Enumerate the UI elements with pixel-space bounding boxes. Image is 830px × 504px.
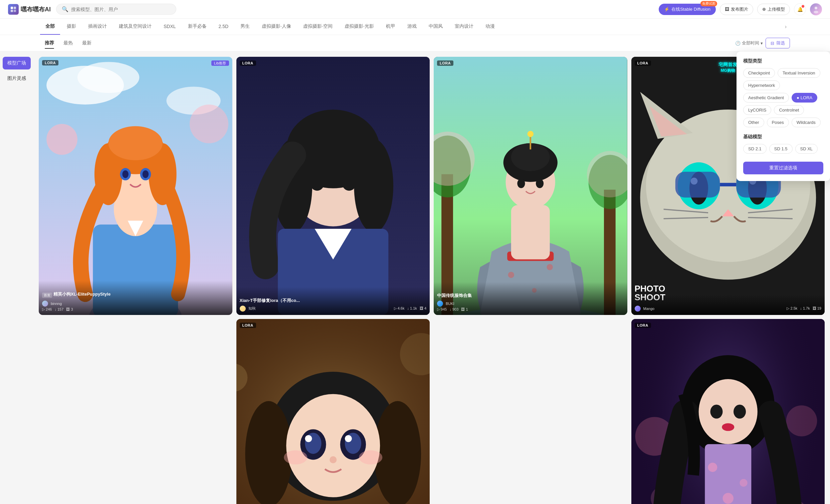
filter-tag-textual-inversion[interactable]: Textual Inversion xyxy=(777,68,820,78)
filter-dropdown: 模型类型 Checkpoint Textual Inversion Hypern… xyxy=(736,52,830,181)
card-1-info: 首发 精英小狗XL-ElitePuppyStyle binnng ▷ 246 ↓… xyxy=(39,281,232,315)
sidebar-item-model-plaza[interactable]: 模型广场 xyxy=(3,57,31,69)
filter-tag-hypernetwork[interactable]: Hypernetwork xyxy=(743,81,780,90)
filter-tag-controlnet[interactable]: Controlnet xyxy=(774,105,804,115)
nav-tab-virtual-light[interactable]: 虚拟摄影·光影 xyxy=(339,19,379,35)
filter-tag-poses[interactable]: Poses xyxy=(767,118,789,127)
filter-tag-sd21[interactable]: SD 2.1 xyxy=(743,144,767,154)
model-card-2[interactable]: LORA Xian-T手部修复lora（不用co... 知秋 ▷ 4.6k ↓ … xyxy=(236,57,430,315)
publish-icon: 🖼 xyxy=(725,7,729,12)
svg-point-47 xyxy=(547,264,553,270)
nav-more-button[interactable]: › xyxy=(781,19,790,34)
filter-base-model-tags: SD 2.1 SD 1.5 SD XL xyxy=(743,144,823,154)
filter-tag-lora[interactable]: ●LORA xyxy=(792,93,817,102)
card-3-info: 中国传统服饰合集 BUKI ▷ 945 ↓ 903 🖼 1 xyxy=(434,282,627,315)
filter-tag-other[interactable]: Other xyxy=(743,118,764,127)
svg-point-46 xyxy=(508,272,514,278)
nav-tab-2d5[interactable]: 2.5D xyxy=(213,19,234,34)
card-2-info: Xian-T手部修复lora（不用co... 知秋 ▷ 4.6k ↓ 1.1k … xyxy=(236,287,430,315)
filter-tag-sd15[interactable]: SD 1.5 xyxy=(769,144,793,154)
card-3-stats: ▷ 945 ↓ 903 🖼 1 xyxy=(437,307,624,312)
clock-icon: 🕐 xyxy=(735,41,740,46)
publish-button[interactable]: 🖼 发布图片 xyxy=(720,4,753,15)
nav-tab-sdxl[interactable]: SDXL xyxy=(158,19,181,34)
card-2-avatar xyxy=(240,306,246,312)
svg-point-10 xyxy=(46,124,77,155)
filter-tag-sdxl[interactable]: SD XL xyxy=(795,144,818,154)
card-2-meta: 知秋 ▷ 4.6k ↓ 1.1k 🖼 4 xyxy=(240,306,427,312)
first-release-badge: 首发 xyxy=(42,292,52,298)
svg-point-110 xyxy=(708,463,717,472)
svg-point-101 xyxy=(786,405,817,436)
sidebar-item-inspiration[interactable]: 图片灵感 xyxy=(3,72,31,85)
sub-nav-right: 🕐 全部时间 ▾ ⊟ 筛选 xyxy=(735,38,790,49)
logo-icon xyxy=(8,4,19,15)
svg-point-86 xyxy=(374,401,421,504)
search-input[interactable] xyxy=(71,7,170,12)
card-4-info: Mango ▷ 2.5k ↓ 1.7k 🖼 19 xyxy=(631,295,825,315)
nav-tab-architecture[interactable]: 建筑及空间设计 xyxy=(114,19,157,35)
search-bar[interactable]: 🔍 xyxy=(56,4,176,15)
filter-tag-checkpoint[interactable]: Checkpoint xyxy=(743,68,775,78)
nav-tab-anime[interactable]: 动漫 xyxy=(480,19,500,35)
filter-tag-aesthetic-gradient[interactable]: Aesthetic Gradient xyxy=(743,93,789,102)
nav-tab-virtual-portrait[interactable]: 虚拟摄影·人像 xyxy=(256,19,296,35)
sub-tab-hot[interactable]: 最热 xyxy=(59,38,77,48)
filter-tag-lycoris[interactable]: LyCORIS xyxy=(743,105,771,115)
user-avatar[interactable] xyxy=(810,3,822,15)
nav-tab-chinese[interactable]: 中国风 xyxy=(423,19,448,35)
svg-point-96 xyxy=(329,456,337,463)
svg-point-56 xyxy=(536,179,544,188)
filter-icon: ⊟ xyxy=(771,41,774,46)
nav-tab-male[interactable]: 男生 xyxy=(235,19,255,35)
logo[interactable]: 嘿布嘿布AI xyxy=(8,4,51,15)
notification-dot xyxy=(802,5,804,8)
svg-point-105 xyxy=(698,379,757,444)
svg-rect-75 xyxy=(675,172,720,197)
svg-point-20 xyxy=(108,126,163,160)
card-1-lib-badge: Lib推荐 xyxy=(211,60,229,66)
svg-rect-49 xyxy=(511,205,550,259)
svg-point-5 xyxy=(813,11,818,13)
card-4-lora-badge: LORA xyxy=(635,60,651,66)
card-1-stats: ▷ 246 ↓ 157 🖼 3 xyxy=(42,307,229,312)
card-5-lora-badge: LORA xyxy=(240,323,256,328)
svg-point-11 xyxy=(190,104,228,143)
svg-point-54 xyxy=(527,131,534,137)
nav-tab-virtual-space[interactable]: 虚拟摄影·空间 xyxy=(298,19,338,35)
svg-point-92 xyxy=(305,435,312,442)
model-card-6[interactable]: LORA 暗香 Redpriest ▷ 2.6k ↓ 1.0k 🖼 7 xyxy=(631,319,825,504)
upload-button[interactable]: ⊕ 上传模型 xyxy=(757,4,790,15)
upload-icon: ⊕ xyxy=(762,7,766,12)
filter-button[interactable]: ⊟ 筛选 xyxy=(766,38,790,49)
notification-button[interactable]: 🔔 xyxy=(794,3,806,15)
filter-base-model-title: 基础模型 xyxy=(743,134,823,140)
nav-tab-mecha[interactable]: 机甲 xyxy=(381,19,401,35)
svg-point-23 xyxy=(122,170,129,178)
model-grid: LORA Lib推荐 首发 精英小狗XL-ElitePuppyStyle bin… xyxy=(39,57,825,504)
sub-tab-new[interactable]: 最新 xyxy=(77,38,96,48)
nav-tab-photo[interactable]: 摄影 xyxy=(61,19,82,35)
svg-point-93 xyxy=(345,435,352,442)
sub-tab-recommend[interactable]: 推荐 xyxy=(40,38,59,48)
overlay-text-1: 宅网首发 xyxy=(719,62,737,68)
nav-tab-all[interactable]: 全部 xyxy=(40,19,60,35)
nav-tab-beginner[interactable]: 新手必备 xyxy=(183,19,212,35)
model-card-1[interactable]: LORA Lib推荐 首发 精英小狗XL-ElitePuppyStyle bin… xyxy=(39,57,232,315)
time-filter[interactable]: 🕐 全部时间 ▾ xyxy=(735,40,763,46)
svg-point-8 xyxy=(77,62,139,93)
card-2-title: Xian-T手部修复lora（不用co... xyxy=(240,297,427,304)
model-card-5[interactable]: LORA gmj_可爱头像_执念 你的AI匠 ▷ 666 ↓ 300 🖼 13 xyxy=(236,319,430,504)
nav-tab-interior[interactable]: 室内设计 xyxy=(449,19,479,35)
model-card-3[interactable]: LORA 中国传统服饰合集 BUKI ▷ 945 ↓ 903 🖼 1 xyxy=(434,57,627,315)
main-layout: 模型广场 图片灵感 xyxy=(0,52,830,504)
filter-reset-button[interactable]: 重置过滤选项 xyxy=(743,162,823,175)
nav-tab-game[interactable]: 游戏 xyxy=(402,19,422,35)
svg-point-107 xyxy=(733,405,745,418)
card-3-title: 中国传统服饰合集 xyxy=(437,292,624,298)
nav-tab-illustration[interactable]: 插画设计 xyxy=(83,19,112,35)
stable-diffusion-button[interactable]: ⚡ 在线Stable Diffusion 免费试图 xyxy=(659,4,716,15)
content-area: LORA Lib推荐 首发 精英小狗XL-ElitePuppyStyle bin… xyxy=(33,52,830,504)
svg-point-4 xyxy=(815,7,817,9)
filter-tag-wildcards[interactable]: Wildcards xyxy=(792,118,821,127)
